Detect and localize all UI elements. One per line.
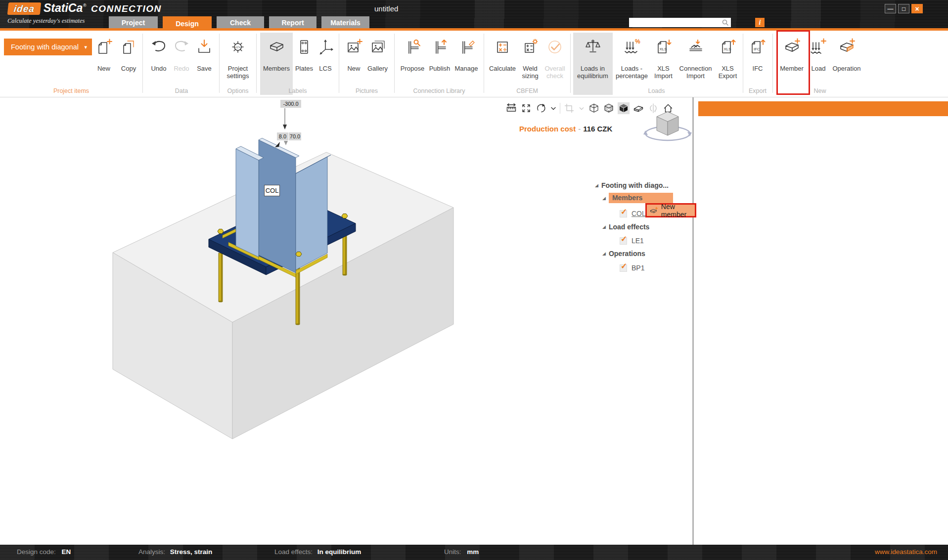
tree-expander-icon[interactable]: ◢	[602, 196, 606, 201]
rotate-view-icon[interactable]	[535, 102, 547, 114]
svg-text:IFC: IFC	[754, 47, 760, 51]
image-plus-icon	[345, 36, 363, 65]
checkbox-le1[interactable]: ✓	[620, 237, 627, 245]
loads-percent-icon: %	[623, 36, 641, 65]
tab-check[interactable]: Check	[217, 16, 264, 29]
ribbon-separator	[772, 34, 773, 93]
tab-report[interactable]: Report	[269, 16, 316, 29]
xls-import-button[interactable]: XLS XLS Import	[651, 33, 676, 95]
plates-labels-button[interactable]: Plates	[293, 33, 316, 95]
connection-pencil-icon	[457, 36, 475, 65]
gear-code-icon: </>	[229, 36, 247, 65]
project-settings-button[interactable]: </> Project settings	[222, 33, 254, 95]
undo-button[interactable]: Undo	[147, 33, 170, 95]
close-icon[interactable]: ×	[911, 4, 923, 13]
tagline: Calculate yesterday's estimates	[7, 17, 85, 25]
copy-project-button[interactable]: Copy	[117, 33, 140, 95]
info-icon[interactable]: i	[755, 18, 765, 27]
members-labels-button[interactable]: Members	[260, 33, 293, 95]
measure-icon[interactable]	[505, 102, 517, 114]
3d-scene[interactable]	[0, 97, 693, 545]
tab-project[interactable]: Project	[109, 16, 158, 29]
ribbon-separator	[142, 34, 143, 93]
publish-button[interactable]: Publish	[426, 33, 453, 95]
connection-import-button[interactable]: Connection Import	[676, 33, 716, 95]
new-picture-button[interactable]: New	[343, 33, 365, 95]
loads-in-equilibrium-button[interactable]: Loads in equilibrium	[573, 33, 613, 95]
loads-percentage-button[interactable]: % Loads - percentage	[613, 33, 651, 95]
beam-plus-icon	[783, 36, 801, 65]
dimension-leaders	[275, 108, 288, 147]
tree-root[interactable]: ◢ Footing with diago...	[595, 181, 669, 189]
ribbon-separator	[219, 34, 220, 93]
ribbon-separator	[743, 34, 743, 93]
svg-text:XLS: XLS	[659, 47, 667, 51]
check-circle-icon	[546, 36, 564, 65]
weld-calculator-gear-icon	[521, 36, 539, 65]
redo-button[interactable]: Redo	[170, 33, 193, 95]
search-icon	[722, 19, 729, 27]
group-label-loads: Loads	[572, 87, 741, 94]
checkbox-col[interactable]: ✓	[620, 210, 627, 217]
propose-button[interactable]: Propose	[399, 33, 426, 95]
overall-check-button[interactable]: Overall check	[542, 33, 568, 95]
chevron-down-icon[interactable]	[578, 102, 585, 114]
tab-materials[interactable]: Materials	[321, 16, 369, 29]
project-tree: ◢ Footing with diago... ◢ Members ✓ COL …	[591, 97, 695, 545]
beam-icon	[268, 36, 285, 65]
ribbon-group-cbfem: Calculate Weld sizing	[486, 33, 569, 95]
balance-scale-icon	[584, 36, 602, 65]
dimension-left: 8.0	[277, 132, 288, 140]
calculate-button[interactable]: Calculate	[487, 33, 518, 95]
group-label-labels: Labels	[258, 87, 337, 94]
gallery-button[interactable]: Gallery	[365, 33, 391, 95]
tree-item-bp1[interactable]: ✓ BP1	[620, 264, 644, 272]
clipping-icon[interactable]	[563, 102, 575, 114]
ifc-export-button[interactable]: IFC IFC	[746, 33, 769, 95]
logo-idea-text: idea	[13, 3, 35, 14]
new-operation-button[interactable]: Operation	[829, 33, 864, 95]
tree-item-le1[interactable]: ✓ LE1	[620, 237, 644, 245]
group-label-export: Export	[745, 87, 770, 94]
new-document-icon	[95, 36, 113, 65]
maximize-icon[interactable]: □	[898, 4, 909, 13]
new-member-button[interactable]: Member	[776, 33, 808, 95]
lcs-button[interactable]: LCS	[316, 33, 335, 95]
checkmark-icon: ✓	[621, 207, 627, 216]
xls-download-icon: XLS	[655, 36, 673, 65]
ribbon-group-options: </> Project settings Options	[221, 33, 255, 95]
new-load-button[interactable]: Load	[808, 33, 829, 95]
group-label-connection-library: Connection Library	[396, 87, 482, 94]
tree-item-operations[interactable]: ◢ Operations	[602, 250, 645, 258]
member-label: COL	[264, 185, 280, 196]
copy-document-icon	[120, 36, 137, 65]
production-cost-label: Production cost	[519, 125, 576, 133]
ribbon-group-project-items: Footing with diagonal ▾ New	[0, 33, 142, 95]
save-button[interactable]: Save	[193, 33, 216, 95]
minimize-icon[interactable]: —	[885, 4, 896, 13]
manage-button[interactable]: Manage	[453, 33, 480, 95]
chevron-down-icon[interactable]	[550, 102, 557, 114]
checkbox-bp1[interactable]: ✓	[620, 264, 627, 272]
website-link[interactable]: www.ideastatica.com	[875, 548, 937, 556]
new-project-button[interactable]: New	[92, 33, 116, 95]
tree-expander-icon[interactable]: ◢	[602, 224, 606, 229]
zoom-extents-icon[interactable]	[520, 102, 532, 114]
ribbon: Footing with diagonal ▾ New	[0, 31, 948, 97]
tree-expander-icon[interactable]: ◢	[602, 251, 606, 256]
xls-export-button[interactable]: XLS XLS Export	[716, 33, 740, 95]
template-dropdown[interactable]: Footing with diagonal ▾	[4, 39, 92, 55]
calculator-icon	[494, 36, 511, 65]
tree-item-load-effects[interactable]: ◢ Load effects	[602, 223, 649, 231]
search-input[interactable]	[629, 19, 722, 26]
ribbon-group-pictures: New Gallery Pictures	[341, 33, 393, 95]
weld-sizing-button[interactable]: Weld sizing	[518, 33, 542, 95]
connection-download-icon	[687, 36, 705, 65]
tree-item-col[interactable]: ✓ COL	[620, 210, 646, 217]
tree-item-members[interactable]: ◢ Members	[602, 193, 673, 203]
tree-expander-icon[interactable]: ◢	[595, 183, 598, 188]
svg-text:</>: </>	[235, 45, 240, 49]
dimension-right: 70.0	[289, 132, 301, 140]
ribbon-group-data: Undo Redo Save	[144, 33, 219, 95]
logo-statica-text: StatiCa	[44, 1, 83, 15]
